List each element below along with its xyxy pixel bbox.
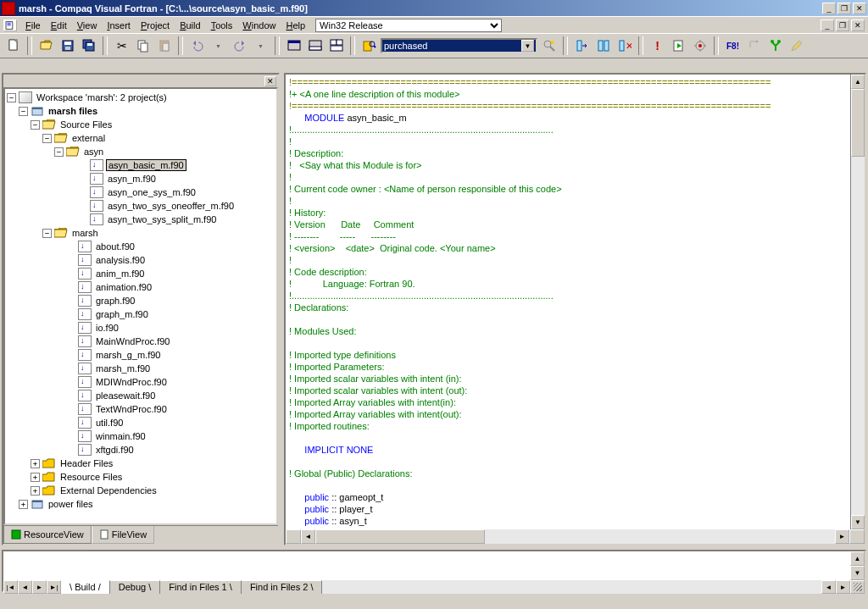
split-box[interactable] xyxy=(286,529,301,544)
file-item[interactable]: util.f90 xyxy=(94,418,125,428)
expander-icon[interactable]: + xyxy=(19,500,28,509)
folder-header-files[interactable]: Header Files xyxy=(58,458,114,468)
scroll-thumb[interactable] xyxy=(851,89,865,157)
menu-build[interactable]: Build xyxy=(175,19,205,32)
file-tree[interactable]: −Workspace 'marsh': 2 project(s) −marsh … xyxy=(3,87,278,525)
project-marsh-files[interactable]: marsh files xyxy=(47,106,99,116)
folder-asyn[interactable]: asyn xyxy=(82,147,105,157)
project-power-files[interactable]: power files xyxy=(47,499,95,509)
folder-external-deps[interactable]: External Dependencies xyxy=(58,485,159,496)
tab-scroll-right[interactable]: ► xyxy=(32,580,47,594)
file-item[interactable]: about.f90 xyxy=(94,241,136,252)
execute-button[interactable]: ! xyxy=(648,36,667,55)
scroll-thumb[interactable] xyxy=(315,529,485,544)
file-item[interactable]: asyn_one_sys_m.f90 xyxy=(106,187,198,197)
copy-button[interactable] xyxy=(133,36,153,55)
tab-resourceview[interactable]: ResourceView xyxy=(3,526,92,544)
tree-button[interactable] xyxy=(765,36,785,55)
file-item[interactable]: marsh_g_m.f90 xyxy=(94,350,162,360)
mdi-restore-button[interactable]: ❐ xyxy=(836,19,849,31)
mdi-close-button[interactable]: ✕ xyxy=(851,19,865,31)
stop-build-button[interactable]: ✕ xyxy=(615,36,634,55)
breakpoint-button[interactable] xyxy=(690,36,709,55)
output-tab-debug[interactable]: Debug \ xyxy=(110,580,161,594)
find-combo[interactable]: purchased▼ xyxy=(381,38,537,53)
f90-button[interactable]: F8! xyxy=(723,36,743,55)
file-item[interactable]: MDIWndProc.f90 xyxy=(94,377,169,387)
open-button[interactable] xyxy=(36,36,56,55)
workspace-button[interactable] xyxy=(284,36,303,55)
tab-fileview[interactable]: FileView xyxy=(92,526,154,544)
build-button[interactable] xyxy=(593,36,613,55)
redo-drop-button[interactable]: ▼ xyxy=(251,36,270,55)
size-grip[interactable] xyxy=(850,580,865,594)
scroll-left-button[interactable]: ◄ xyxy=(821,580,836,594)
tab-scroll-last[interactable]: ►| xyxy=(47,580,61,594)
expander-icon[interactable]: + xyxy=(31,459,40,468)
scroll-down-button[interactable]: ▼ xyxy=(851,515,865,529)
undo-drop-button[interactable]: ▼ xyxy=(209,36,228,55)
scroll-right-button[interactable]: ► xyxy=(836,580,850,594)
folder-external[interactable]: external xyxy=(70,133,107,143)
cut-button[interactable]: ✂ xyxy=(112,36,131,55)
expander-icon[interactable]: + xyxy=(31,486,40,496)
code-editor[interactable]: !=======================================… xyxy=(286,75,850,529)
save-all-button[interactable] xyxy=(79,36,98,55)
tab-scroll-first[interactable]: |◄ xyxy=(3,580,18,594)
horizontal-scrollbar[interactable]: ◄ ► xyxy=(286,529,865,544)
expander-icon[interactable]: − xyxy=(7,93,16,102)
file-item[interactable]: TextWndProc.f90 xyxy=(94,404,169,414)
file-item[interactable]: io.f90 xyxy=(94,323,120,333)
expander-icon[interactable]: − xyxy=(19,107,28,116)
output-text[interactable] xyxy=(3,551,850,580)
compile-button[interactable] xyxy=(572,36,592,55)
file-item[interactable]: anim_m.f90 xyxy=(94,269,146,279)
scroll-up-button[interactable]: ▲ xyxy=(851,75,865,89)
minimize-button[interactable]: _ xyxy=(822,3,836,14)
window-list-button[interactable] xyxy=(326,36,346,55)
menu-help[interactable]: Help xyxy=(281,19,310,32)
config-dropdown[interactable]: Win32 Release xyxy=(315,19,502,32)
maximize-button[interactable]: ❐ xyxy=(837,3,851,14)
new-text-button[interactable] xyxy=(3,36,23,55)
output-tab-fif2[interactable]: Find in Files 2 \ xyxy=(242,580,323,594)
menu-tools[interactable]: Tools xyxy=(206,19,238,32)
file-item[interactable]: xftgdi.f90 xyxy=(94,445,136,455)
file-item[interactable]: analysis.f90 xyxy=(94,255,147,265)
file-asyn-basic[interactable]: asyn_basic_m.f90 xyxy=(106,159,186,171)
folder-source-files[interactable]: Source Files xyxy=(58,119,114,130)
save-button[interactable] xyxy=(58,36,77,55)
output-button[interactable] xyxy=(305,36,325,55)
menu-file[interactable]: File xyxy=(20,19,46,32)
file-item[interactable]: asyn_two_sys_oneoffer_m.f90 xyxy=(106,201,236,211)
menu-view[interactable]: View xyxy=(72,19,103,32)
scroll-down-button[interactable]: ▼ xyxy=(850,566,865,580)
output-tab-fif1[interactable]: Find in Files 1 \ xyxy=(160,580,242,594)
output-tab-build[interactable]: \ Build / xyxy=(61,580,110,594)
find-button[interactable] xyxy=(539,36,559,55)
file-item[interactable]: winmain.f90 xyxy=(94,431,147,441)
output-vscroll[interactable]: ▲ ▼ xyxy=(850,551,865,580)
menu-edit[interactable]: Edit xyxy=(46,19,72,32)
expander-icon[interactable]: − xyxy=(54,147,64,157)
close-button[interactable]: ✕ xyxy=(853,3,866,14)
redo-button[interactable] xyxy=(230,36,249,55)
undo-button[interactable] xyxy=(187,36,207,55)
folder-marsh[interactable]: marsh xyxy=(70,228,100,238)
find-in-files-button[interactable] xyxy=(359,36,379,55)
workspace-label[interactable]: Workspace 'marsh': 2 project(s) xyxy=(35,92,169,102)
expander-icon[interactable]: − xyxy=(42,134,52,143)
file-item[interactable]: pleasewait.f90 xyxy=(94,390,157,401)
expander-icon[interactable]: + xyxy=(31,473,40,482)
edit-button[interactable] xyxy=(787,36,806,55)
file-item[interactable]: marsh_m.f90 xyxy=(94,363,152,374)
output-hscroll-track[interactable] xyxy=(322,580,821,594)
scroll-up-button[interactable]: ▲ xyxy=(850,551,865,566)
chevron-down-icon[interactable]: ▼ xyxy=(521,40,534,52)
file-item[interactable]: animation.f90 xyxy=(94,282,153,292)
expander-icon[interactable]: − xyxy=(31,120,40,130)
folder-resource-files[interactable]: Resource Files xyxy=(58,472,124,482)
file-item[interactable]: graph.f90 xyxy=(94,296,136,306)
file-item[interactable]: asyn_two_sys_split_m.f90 xyxy=(106,214,218,224)
menu-insert[interactable]: Insert xyxy=(102,19,136,32)
